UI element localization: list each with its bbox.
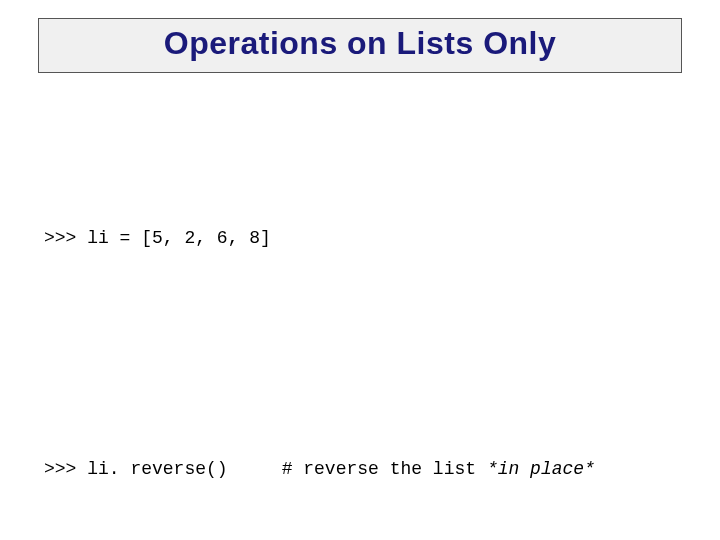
code-comment: # reverse the list — [228, 459, 487, 479]
code-line: >>> li — [44, 535, 676, 541]
code-block: >>> li = [5, 2, 6, 8] >>> li. reverse() … — [44, 95, 676, 540]
slide-title: Operations on Lists Only — [39, 25, 681, 62]
code-group-assign: >>> li = [5, 2, 6, 8] — [44, 173, 676, 303]
code-group-reverse: >>> li. reverse() # reverse the list *in… — [44, 404, 676, 540]
slide: Operations on Lists Only >>> li = [5, 2,… — [0, 18, 720, 540]
title-bar: Operations on Lists Only — [38, 18, 682, 73]
code-line: >>> li = [5, 2, 6, 8] — [44, 225, 676, 251]
code-line: >>> li. reverse() # reverse the list *in… — [44, 456, 676, 482]
code-comment-italic: *in place* — [487, 459, 595, 479]
code-text: >>> li. reverse() — [44, 459, 228, 479]
